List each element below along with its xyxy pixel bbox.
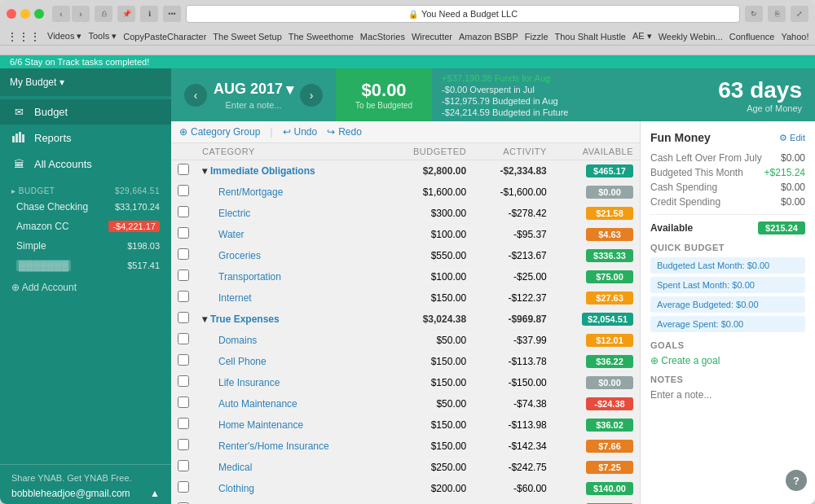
table-row[interactable]: Gifts $100.00 -$34.65 $65.35 — [171, 499, 640, 505]
notes-input[interactable] — [650, 389, 805, 412]
row-name[interactable]: Water — [218, 229, 244, 240]
sidebar-account-amazon[interactable]: Amazon CC -$4,221.17 — [0, 217, 171, 236]
sidebar-item-budget[interactable]: ✉ Budget — [0, 99, 171, 125]
back-button[interactable]: ‹ — [52, 6, 70, 22]
sidebar-item-reports[interactable]: Reports — [0, 125, 171, 151]
bookmark-amazon[interactable]: Amazon BSBP — [459, 32, 518, 42]
footer-arrow[interactable]: ▲ — [150, 488, 160, 499]
table-row[interactable]: Cell Phone $150.00 -$113.78 $36.22 — [171, 351, 640, 372]
table-group-row[interactable]: ▾Immediate Obligations $2,800.00 -$2,334… — [171, 160, 640, 182]
sidebar-item-accounts[interactable]: 🏛 All Accounts — [0, 151, 171, 177]
group-checkbox[interactable] — [178, 164, 189, 175]
bookmark-copypaste[interactable]: CopyPasteCharacter — [123, 32, 206, 42]
row-name[interactable]: Home Maintenance — [218, 419, 303, 431]
row-checkbox[interactable] — [178, 418, 189, 429]
bookmark-yahoo[interactable]: Yahoo! — [781, 32, 808, 42]
row-checkbox[interactable] — [178, 291, 189, 302]
row-name[interactable]: Clothing — [218, 483, 254, 494]
url-bar[interactable]: 🔒 You Need a Budget LLC — [186, 5, 740, 23]
bookmark-fizzle[interactable]: Fizzle — [525, 32, 548, 42]
bookmark-videos[interactable]: Videos ▾ — [47, 31, 82, 42]
row-checkbox[interactable] — [178, 397, 189, 408]
bookmark-sweetsetup[interactable]: The Sweet Setup — [213, 32, 281, 42]
quick-budget-item[interactable]: Spent Last Month: $0.00 — [650, 277, 805, 293]
fullscreen-icon[interactable]: ⤢ — [791, 6, 808, 22]
row-name[interactable]: Internet — [218, 292, 252, 304]
add-account-button[interactable]: ⊕ Add Account — [0, 275, 171, 300]
help-button[interactable]: ? — [786, 470, 807, 491]
group-toggle[interactable]: ▾ — [202, 313, 207, 325]
row-checkbox[interactable] — [178, 248, 189, 260]
row-name[interactable]: Life Insurance — [218, 377, 280, 388]
redo-button[interactable]: ↪ Redo — [327, 126, 362, 138]
group-checkbox[interactable] — [178, 312, 189, 323]
row-name[interactable]: Auto Maintenance — [218, 398, 297, 410]
table-row[interactable]: Water $100.00 -$95.37 $4.63 — [171, 224, 640, 245]
apps-icon[interactable]: ⋮⋮⋮ — [7, 30, 41, 43]
row-name[interactable]: Medical — [218, 462, 252, 473]
row-name[interactable]: Domains — [218, 335, 257, 346]
row-checkbox[interactable] — [178, 270, 189, 281]
bookmark-tools[interactable]: Tools ▾ — [89, 31, 117, 42]
table-row[interactable]: Transportation $100.00 -$25.00 $75.00 — [171, 266, 640, 287]
table-row[interactable]: Auto Maintenance $50.00 -$74.38 -$24.38 — [171, 393, 640, 414]
prev-month-button[interactable]: ‹ — [184, 84, 207, 107]
bookmark-hustle[interactable]: Thou Shalt Hustle — [555, 32, 626, 42]
maximize-button[interactable] — [34, 9, 44, 19]
row-name[interactable]: Groceries — [218, 250, 261, 261]
table-row[interactable]: Life Insurance $150.00 -$150.00 $0.00 — [171, 372, 640, 393]
row-name[interactable]: Renter's/Home Insurance — [218, 440, 329, 452]
new-tab-icon[interactable]: ⎘ — [768, 6, 786, 22]
more-icon[interactable]: ••• — [163, 6, 181, 22]
table-row[interactable]: Renter's/Home Insurance $150.00 -$142.34… — [171, 436, 640, 457]
group-name[interactable]: True Expenses — [210, 313, 280, 325]
quick-budget-item[interactable]: Average Budgeted: $0.00 — [650, 296, 805, 313]
bookmark-webinar[interactable]: Weekly Webin... — [659, 32, 723, 42]
table-row[interactable]: Electric $300.00 -$278.42 $21.58 — [171, 203, 640, 224]
row-name[interactable]: Rent/Mortgage — [218, 186, 283, 198]
row-checkbox[interactable] — [178, 354, 189, 366]
pin-icon[interactable]: 📌 — [117, 6, 135, 22]
category-group-button[interactable]: ⊕ Category Group — [179, 126, 260, 138]
table-row[interactable]: Internet $150.00 -$122.37 $27.63 — [171, 287, 640, 309]
bookmark-ae[interactable]: AE ▾ — [632, 31, 652, 42]
bookmark-wirecutter[interactable]: Wirecutter — [412, 32, 452, 42]
panel-edit-button[interactable]: ⚙ Edit — [779, 133, 805, 143]
table-row[interactable]: Groceries $550.00 -$213.67 $336.33 — [171, 245, 640, 266]
bookmark-confluence[interactable]: Confluence — [729, 32, 775, 42]
sidebar-account-other[interactable]: ▓▓▓▓▓▓▓ $517.41 — [0, 256, 171, 275]
reload-icon[interactable]: ↻ — [745, 6, 763, 22]
row-name[interactable]: Cell Phone — [218, 356, 267, 367]
row-checkbox[interactable] — [178, 333, 189, 344]
row-checkbox[interactable] — [178, 439, 189, 450]
month-note[interactable]: Enter a note... — [214, 100, 293, 110]
info-icon[interactable]: ℹ — [140, 6, 158, 22]
table-row[interactable]: Home Maintenance $150.00 -$113.98 $36.02 — [171, 414, 640, 436]
row-checkbox[interactable] — [178, 460, 189, 471]
row-checkbox[interactable] — [178, 185, 189, 196]
group-name[interactable]: Immediate Obligations — [210, 165, 315, 177]
quick-budget-item[interactable]: Average Spent: $0.00 — [650, 316, 805, 332]
close-button[interactable] — [7, 9, 16, 19]
table-row[interactable]: Domains $50.00 -$37.99 $12.01 — [171, 330, 640, 351]
row-checkbox[interactable] — [178, 227, 189, 239]
undo-button[interactable]: ↩ Undo — [283, 126, 318, 138]
row-checkbox[interactable] — [178, 375, 189, 387]
minimize-button[interactable] — [20, 9, 30, 19]
row-checkbox[interactable] — [178, 206, 189, 217]
month-arrow[interactable]: ▾ — [286, 81, 293, 99]
table-group-row[interactable]: ▾True Expenses $3,024.38 -$969.87 $2,054… — [171, 309, 640, 330]
share-icon[interactable]: ⎙ — [95, 6, 112, 22]
row-checkbox[interactable] — [178, 481, 189, 493]
quick-budget-item[interactable]: Budgeted Last Month: $0.00 — [650, 257, 805, 274]
forward-button[interactable]: › — [72, 6, 90, 22]
sidebar-account-simple[interactable]: Simple $198.03 — [0, 236, 171, 256]
bookmark-macstories[interactable]: MacStories — [360, 32, 405, 42]
sidebar-account-chase[interactable]: Chase Checking $33,170.24 — [0, 197, 171, 217]
group-toggle[interactable]: ▾ — [202, 165, 207, 177]
table-row[interactable]: Medical $250.00 -$242.75 $7.25 — [171, 457, 640, 478]
traffic-lights[interactable] — [7, 9, 44, 19]
row-name[interactable]: Electric — [218, 208, 250, 219]
table-row[interactable]: Clothing $200.00 -$60.00 $140.00 — [171, 478, 640, 499]
next-month-button[interactable]: › — [300, 84, 323, 107]
